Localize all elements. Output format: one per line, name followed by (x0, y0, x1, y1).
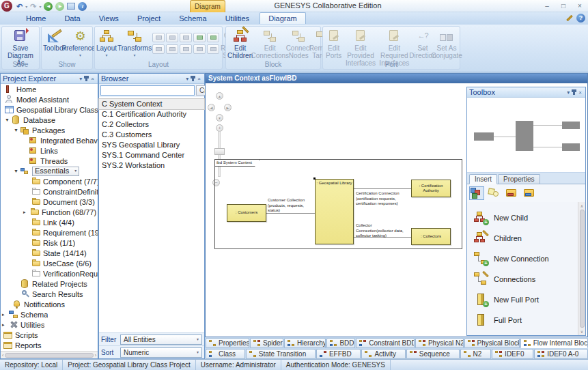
maximize-button[interactable]: □ (558, 1, 569, 11)
pan-up-button[interactable]: ▲ (216, 92, 223, 100)
info-button[interactable]: i (78, 2, 87, 11)
toolbox-item-children[interactable]: Children (474, 228, 578, 248)
tree-item-scripts[interactable]: Scripts (1, 330, 98, 340)
redo-button[interactable]: ↷ (30, 1, 36, 11)
tree-item-search-results[interactable]: Search Results (1, 289, 98, 299)
list-item[interactable]: SYS Geospatial Library (99, 140, 204, 150)
tree-item-state[interactable]: State (14/14) (1, 248, 98, 258)
pan-right-button[interactable]: ▶ (224, 104, 232, 111)
expand-icon[interactable]: ▸ (2, 312, 9, 317)
folder-red-icon[interactable] (505, 187, 519, 199)
tab-effbd[interactable]: EFFBD (316, 349, 361, 359)
fit-height-button[interactable] (207, 33, 219, 42)
panel-menu-icon[interactable]: ▾ (184, 74, 190, 83)
close-icon[interactable]: × (89, 74, 96, 83)
block-geospatial-library[interactable]: : Geospatial Library (315, 179, 354, 244)
fit-width-button[interactable] (193, 33, 206, 42)
tree-item-link[interactable]: Link (4/4) (1, 217, 98, 227)
filter-select[interactable]: All Entities▾ (120, 335, 202, 345)
essentials-combo[interactable]: Essentials▾ (32, 167, 79, 176)
toolbox-item-new-child[interactable]: + New Child (474, 208, 578, 228)
tree-item-integrated-behavior[interactable]: Integrated Behavior (1, 135, 98, 145)
tab-hierarchy[interactable]: Hierarchy (284, 338, 326, 348)
close-icon[interactable]: × (196, 74, 202, 83)
panel-menu-icon[interactable]: ▾ (565, 88, 571, 97)
redo-dropdown-icon[interactable]: ▾ (39, 4, 41, 9)
align-top-button[interactable] (152, 44, 165, 54)
tree-item-usecase[interactable]: UseCase (6/6) (1, 258, 98, 268)
zoom-slider-handle[interactable] (214, 148, 225, 155)
tree-item-function[interactable]: ▸Function (68/77) (1, 207, 98, 217)
same-width-button[interactable] (193, 44, 206, 54)
tab-home[interactable]: Home (18, 12, 54, 25)
panel-menu-icon[interactable]: ▾ (78, 74, 83, 83)
customize-icon[interactable] (566, 15, 572, 21)
tab-utilities[interactable]: Utilities (217, 12, 257, 25)
transforms-button[interactable]: Transforms ▾ (118, 29, 151, 59)
tab-physical-block[interactable]: Physical Block (464, 338, 520, 348)
tree-item-database[interactable]: ▼Database (1, 115, 98, 125)
sort-select[interactable]: Numeric▾ (120, 347, 202, 358)
same-height-button[interactable] (207, 44, 219, 54)
list-item[interactable]: SYS.1 Command Center (99, 150, 204, 160)
tree-item-constraintdefinition[interactable]: ConstraintDefinition (1, 186, 98, 197)
tree-item-model-assistant[interactable]: Model Assistant (1, 94, 98, 104)
tab-idef0-a0[interactable]: IDEF0 A-0 (534, 349, 588, 359)
scrollbar-thumb[interactable] (5, 353, 93, 358)
back-button[interactable]: ◀ (44, 2, 53, 11)
tree-item-related-projects[interactable]: Related Projects (1, 279, 98, 289)
align-left-button[interactable] (152, 33, 165, 42)
horizontal-scrollbar[interactable]: ‹ › (1, 351, 98, 358)
tab-sequence[interactable]: Sequence (406, 349, 460, 359)
tab-schema[interactable]: Schema (171, 12, 214, 25)
align-bottom-button[interactable] (180, 44, 192, 54)
pin-icon[interactable] (192, 76, 194, 81)
tab-state-transition[interactable]: State Transition (246, 349, 316, 359)
view-icon[interactable] (67, 3, 75, 10)
scroll-right-icon[interactable]: › (95, 353, 96, 358)
tree-item-component[interactable]: Component (7/7) (1, 176, 98, 186)
tree-item-reports[interactable]: Reports (1, 340, 98, 350)
edit-ports-button[interactable]: Edit Ports (324, 29, 343, 59)
search-input[interactable] (100, 85, 195, 96)
app-logo-icon[interactable]: G (1, 1, 12, 12)
collapse-icon[interactable]: ▼ (14, 169, 20, 173)
list-item[interactable]: C.2 Collectors (99, 119, 204, 130)
close-button[interactable]: × (574, 1, 585, 11)
selection-handle[interactable] (313, 177, 316, 180)
block-collectors[interactable]: : Collectors (411, 228, 451, 245)
tree-item-notifications[interactable]: Notifications (1, 299, 98, 309)
collapse-icon[interactable]: ▼ (14, 128, 20, 132)
pin-icon[interactable] (573, 89, 575, 95)
tab-diagram[interactable]: Diagram (260, 12, 306, 24)
align-center-button[interactable] (166, 33, 178, 42)
tab-flow-internal-block[interactable]: Flow Internal Block (520, 338, 588, 348)
tab-n2[interactable]: N2 (460, 349, 492, 359)
vertical-scrollbar[interactable]: ∧ ∨ (578, 202, 585, 335)
tree-item-requirement[interactable]: Requirement (19/19) (1, 227, 98, 238)
tree-item-packages[interactable]: ▼Packages (1, 125, 98, 135)
undo-button[interactable]: ↶ (16, 1, 23, 11)
pan-left-button[interactable]: ◀ (208, 104, 215, 111)
help-button[interactable]: ? (576, 14, 585, 23)
folder-blue-icon[interactable] (523, 187, 537, 199)
toolbox-item-new-connection[interactable]: + New Connection (474, 248, 578, 269)
preferences-button[interactable]: ⚙ Preferences ▾ (68, 29, 92, 59)
list-item[interactable]: C.3 Customers (99, 130, 204, 140)
tab-activity[interactable]: Activity (361, 349, 405, 359)
toolbox-item-new-full-port[interactable]: + New Full Port (474, 289, 578, 310)
tab-class[interactable]: Class (206, 349, 245, 359)
block-customers[interactable]: : Customers (227, 204, 266, 222)
tab-properties[interactable]: Properties (206, 338, 249, 348)
tab-constraint-bdd[interactable]: Constraint BDD (356, 338, 415, 348)
tree-item-document[interactable]: Document (3/3) (1, 197, 98, 207)
undo-dropdown-icon[interactable]: ▾ (25, 4, 27, 9)
toolbox-item-connections[interactable]: Connections (474, 269, 578, 289)
forward-button[interactable]: ▶ (55, 2, 64, 11)
tab-project[interactable]: Project (129, 12, 169, 25)
expand-icon[interactable]: ▸ (23, 210, 30, 215)
tree-item-links[interactable]: Links (1, 145, 98, 156)
tab-insert[interactable]: Insert (469, 174, 497, 184)
diagram-title-bar[interactable]: System Context asFlowIBD (206, 74, 587, 83)
pin-icon[interactable] (85, 76, 87, 81)
